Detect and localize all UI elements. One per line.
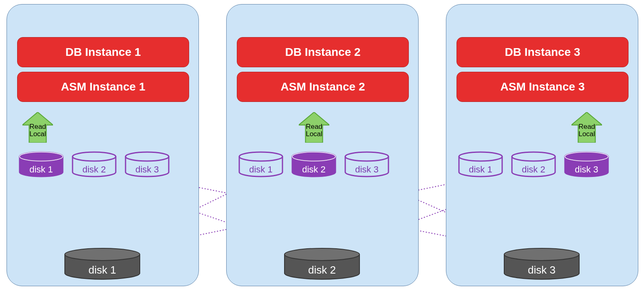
asm-instance-box: ASM Instance 1 xyxy=(17,72,189,102)
disk-label: disk 2 xyxy=(283,264,361,276)
asm-instance-box: ASM Instance 3 xyxy=(457,72,629,102)
svg-point-16 xyxy=(239,152,282,161)
svg-point-25 xyxy=(285,248,359,261)
diagram-stage: DB Instance 1 ASM Instance 1 DB Instance… xyxy=(0,0,644,296)
svg-point-26 xyxy=(504,248,579,261)
asm-instance-box: ASM Instance 2 xyxy=(237,72,409,102)
disk-label: disk 1 xyxy=(458,164,503,175)
disk-label: disk 1 xyxy=(19,164,64,175)
read-local-label: ReadLocal xyxy=(571,123,602,138)
small-disk-remote: disk 2 xyxy=(72,152,117,177)
small-disk-remote: disk 1 xyxy=(238,152,283,177)
svg-point-14 xyxy=(73,152,116,161)
disk-label: disk 3 xyxy=(564,164,609,175)
node-card-1: DB Instance 1 ASM Instance 1 xyxy=(7,4,199,286)
db-instance-box: DB Instance 3 xyxy=(457,37,629,67)
svg-point-20 xyxy=(459,152,502,161)
small-disk-remote: disk 3 xyxy=(344,152,389,177)
disk-label: disk 3 xyxy=(125,164,170,175)
svg-point-24 xyxy=(65,248,140,261)
disk-label: disk 2 xyxy=(291,164,336,175)
node-card-2: DB Instance 2 ASM Instance 2 xyxy=(226,4,419,286)
small-disk-local: disk 1 xyxy=(19,152,64,177)
small-disk-remote: disk 1 xyxy=(458,152,503,177)
svg-point-21 xyxy=(512,152,555,161)
read-local-label: ReadLocal xyxy=(299,123,329,138)
svg-point-15 xyxy=(126,152,169,161)
disk-label: disk 3 xyxy=(344,164,389,175)
small-disk-remote: disk 2 xyxy=(511,152,556,177)
small-disk-local: disk 2 xyxy=(291,152,336,177)
physical-disk: disk 3 xyxy=(503,248,580,281)
svg-point-19 xyxy=(345,152,388,161)
small-disk-remote: disk 3 xyxy=(125,152,170,177)
db-instance-box: DB Instance 2 xyxy=(237,37,409,67)
disk-label: disk 1 xyxy=(64,264,141,276)
disk-label: disk 1 xyxy=(238,164,283,175)
node-card-3: DB Instance 3 ASM Instance 3 xyxy=(446,4,638,286)
db-instance-box: DB Instance 1 xyxy=(17,37,189,67)
small-disk-local: disk 3 xyxy=(564,152,609,177)
disk-label: disk 3 xyxy=(503,264,580,276)
physical-disk: disk 1 xyxy=(64,248,141,281)
read-local-label: ReadLocal xyxy=(22,123,53,138)
physical-disk: disk 2 xyxy=(283,248,361,281)
disk-label: disk 2 xyxy=(72,164,117,175)
disk-label: disk 2 xyxy=(511,164,556,175)
